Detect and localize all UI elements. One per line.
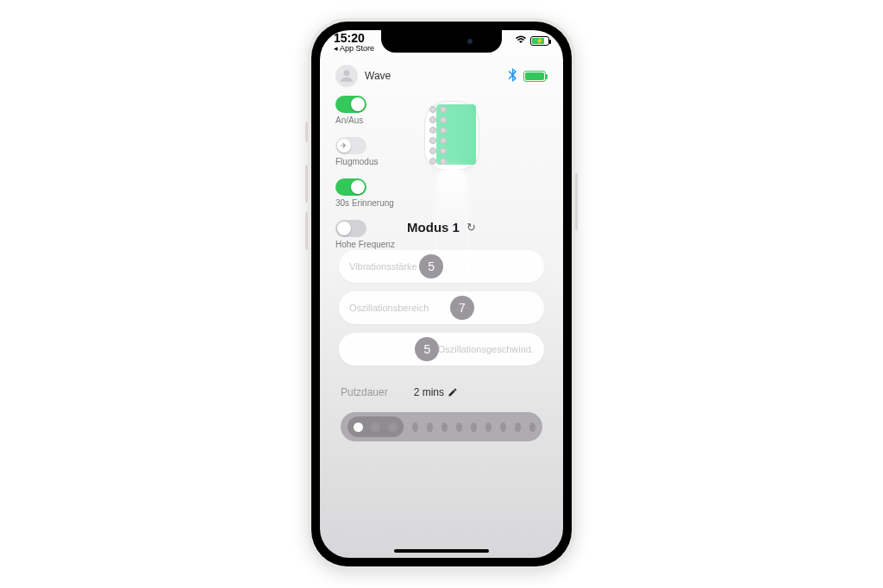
duration-value-text: 2 mins [414,386,444,398]
airplane-label: Flugmodus [335,157,378,166]
silence-switch [305,122,308,142]
phone-frame: 15:20 ◂ App Store ⚡ Wave [308,18,575,570]
osc-speed-slider[interactable]: 5 Oszillationsgeschwind. [339,333,544,366]
status-battery-icon: ⚡ [530,36,549,46]
mode-segment-1[interactable] [348,416,404,437]
refresh-icon[interactable]: ↻ [467,221,476,234]
highfreq-label: Hohe Frequenz [335,240,395,249]
volume-up-button [305,165,308,203]
device-battery-icon [523,71,546,82]
mode-label: Modus 1 [407,220,460,235]
vibration-slider-knob[interactable]: 5 [419,254,443,278]
power-label: An/Aus [335,116,363,125]
mode-dot[interactable] [456,422,462,432]
status-time: 15:20 [334,32,374,45]
brand-label: Wave [365,70,391,82]
vibration-slider[interactable]: Vibrationsstärke 5 [339,250,544,283]
airplane-icon: ✈ [337,139,351,153]
wifi-icon [515,35,527,46]
duration-label: Putzdauer [341,386,388,398]
osc-range-slider-label: Oszillationsbereich [349,303,429,313]
reminder-label: 30s Erinnerung [335,198,394,208]
mode-dot[interactable] [412,422,418,432]
reminder-toggle[interactable] [335,178,366,196]
mode-dot [371,422,380,432]
mode-dot[interactable] [471,422,477,432]
edit-icon [448,387,458,397]
osc-speed-slider-knob[interactable]: 5 [415,337,439,361]
phone-bezel: 15:20 ◂ App Store ⚡ Wave [311,22,572,566]
vibration-slider-label: Vibrationsstärke [349,261,417,272]
mode-dot[interactable] [500,422,506,432]
osc-range-slider-knob[interactable]: 7 [450,296,474,320]
app-header: Wave [320,65,563,92]
duration-value[interactable]: 2 mins [414,386,458,398]
osc-range-slider[interactable]: Oszillationsbereich 7 [339,291,544,324]
mode-dot[interactable] [485,422,492,432]
screen: 15:20 ◂ App Store ⚡ Wave [320,30,563,558]
mode-selector[interactable] [341,412,542,441]
back-to-app-store[interactable]: ◂ App Store [334,45,374,53]
mode-dot[interactable] [529,422,535,432]
side-button [575,173,578,230]
home-indicator[interactable] [394,549,489,553]
svg-point-0 [344,70,350,76]
avatar[interactable] [335,65,358,87]
sliders-group: Vibrationsstärke 5 Oszillationsbereich 7… [335,250,548,366]
mode-dot[interactable] [442,422,448,432]
osc-speed-slider-label: Oszillationsgeschwind. [438,344,534,354]
mode-dot[interactable] [427,422,433,432]
airplane-toggle[interactable]: ✈ [335,137,366,154]
bluetooth-icon [508,68,517,84]
volume-down-button [305,212,308,250]
mode-dot [354,422,363,432]
mode-dot [388,422,398,432]
power-toggle[interactable] [335,96,366,113]
mode-dot[interactable] [515,422,521,432]
notch [381,30,502,53]
